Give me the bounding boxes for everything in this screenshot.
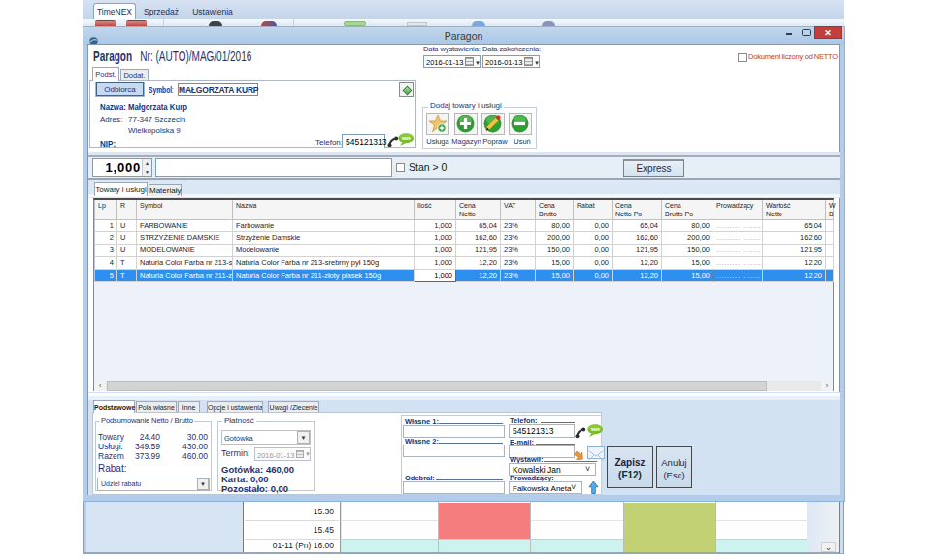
svg-text:SMS: SMS [591,427,600,432]
svg-text:SMS: SMS [402,136,411,141]
